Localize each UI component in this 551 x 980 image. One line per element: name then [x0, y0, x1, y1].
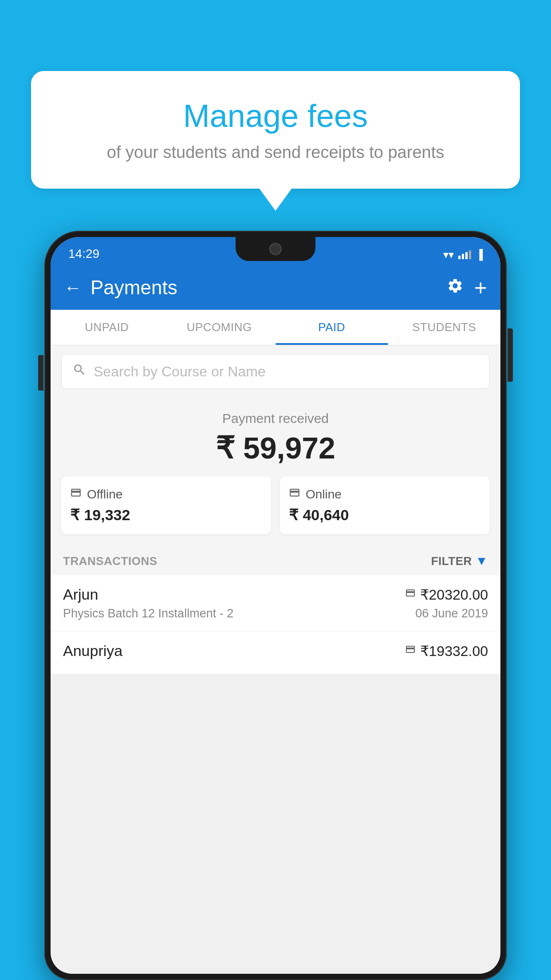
transaction-top-1: Arjun ₹20320.00: [63, 586, 488, 603]
offline-card-header: Offline: [70, 487, 262, 502]
status-icons: ▾▾ ▐: [443, 249, 483, 261]
signal-bar-1: [458, 256, 460, 259]
phone-notch: [236, 237, 315, 261]
phone-frame: 14:29 ▾▾ ▐ ← Payment: [44, 231, 507, 980]
transaction-amount-row-2: ₹19332.00: [405, 643, 488, 660]
search-container: Search by Course or Name: [51, 345, 500, 398]
transaction-date-1: 06 June 2019: [415, 607, 488, 620]
signal-bars: [458, 250, 471, 259]
online-card: Online ₹ 40,640: [280, 476, 490, 534]
tab-unpaid[interactable]: UNPAID: [51, 310, 163, 345]
bubble-title: Manage fees: [67, 98, 484, 134]
transaction-amount-2: ₹19332.00: [420, 643, 488, 660]
offline-card: Offline ₹ 19,332: [61, 476, 271, 534]
tab-upcoming[interactable]: UPCOMING: [163, 310, 276, 345]
tab-students[interactable]: STUDENTS: [388, 310, 501, 345]
transaction-top-2: Anupriya ₹19332.00: [63, 642, 488, 660]
transaction-course-1: Physics Batch 12 Installment - 2: [63, 607, 233, 620]
tab-paid[interactable]: PAID: [276, 310, 388, 345]
tabs-bar: UNPAID UPCOMING PAID STUDENTS: [51, 310, 500, 345]
transactions-label: TRANSACTIONS: [63, 554, 157, 568]
transactions-header: TRANSACTIONS FILTER ▼: [51, 543, 500, 575]
payment-received-label: Payment received: [61, 411, 490, 426]
offline-label: Offline: [87, 487, 122, 502]
speech-bubble-container: Manage fees of your students and send re…: [31, 71, 520, 189]
offline-amount: ₹ 19,332: [70, 506, 262, 524]
header-icons: +: [447, 275, 487, 300]
filter-button[interactable]: FILTER ▼: [431, 554, 488, 568]
app-header: ← Payments +: [51, 265, 500, 310]
payment-cards: Offline ₹ 19,332 Onli: [61, 476, 490, 534]
transaction-amount-1: ₹20320.00: [420, 586, 488, 603]
payment-total-amount: ₹ 59,972: [61, 431, 490, 466]
online-amount: ₹ 40,640: [289, 506, 481, 524]
table-row[interactable]: Anupriya ₹19332.00: [51, 632, 500, 674]
transaction-name-2: Anupriya: [63, 642, 122, 660]
transaction-bottom-1: Physics Batch 12 Installment - 2 06 June…: [63, 607, 488, 620]
search-box[interactable]: Search by Course or Name: [61, 354, 490, 389]
wifi-icon: ▾▾: [443, 249, 454, 261]
bubble-subtitle: of your students and send receipts to pa…: [67, 143, 484, 162]
signal-bar-3: [465, 252, 468, 259]
filter-label: FILTER: [431, 554, 472, 568]
transaction-method-icon-2: [405, 644, 416, 658]
settings-button[interactable]: [447, 277, 464, 298]
battery-icon: ▐: [476, 249, 483, 261]
transaction-amount-row-1: ₹20320.00: [405, 586, 488, 603]
transaction-name-1: Arjun: [63, 586, 98, 603]
signal-bar-4: [469, 250, 471, 259]
search-placeholder: Search by Course or Name: [94, 364, 266, 380]
online-label: Online: [306, 487, 342, 502]
back-button[interactable]: ←: [64, 278, 82, 298]
offline-icon: [70, 487, 82, 502]
front-camera: [269, 243, 282, 255]
table-row[interactable]: Arjun ₹20320.00 Physi: [51, 575, 500, 632]
add-button[interactable]: +: [474, 275, 487, 300]
transaction-method-icon-1: [405, 588, 416, 601]
filter-icon: ▼: [476, 554, 488, 568]
phone-inner: 14:29 ▾▾ ▐ ← Payment: [51, 237, 500, 974]
online-card-header: Online: [289, 487, 481, 502]
search-icon: [72, 363, 87, 380]
page-title: Payments: [91, 277, 447, 299]
status-time: 14:29: [68, 247, 99, 261]
online-icon: [289, 487, 300, 502]
speech-bubble: Manage fees of your students and send re…: [31, 71, 520, 189]
signal-bar-2: [462, 254, 464, 259]
transactions-list: Arjun ₹20320.00 Physi: [51, 575, 500, 674]
phone-outer: 14:29 ▾▾ ▐ ← Payment: [44, 231, 507, 980]
payment-received-section: Payment received ₹ 59,972 Offline: [51, 398, 500, 543]
